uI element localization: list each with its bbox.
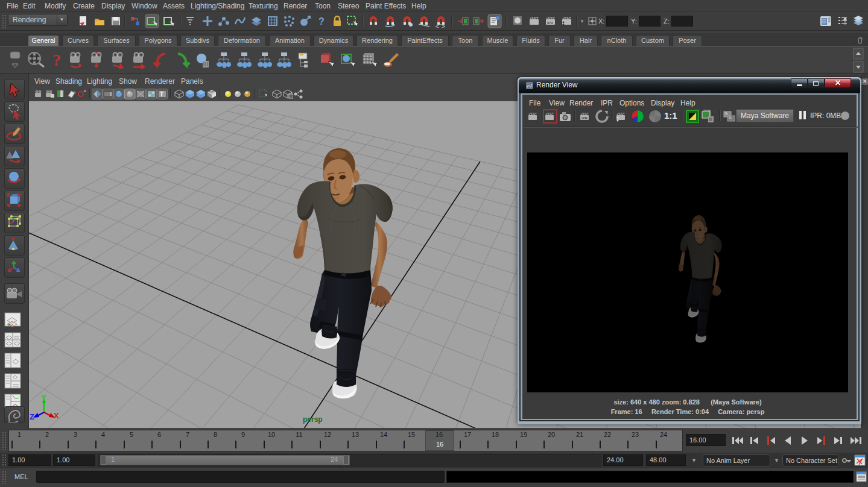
svg-text:IPR: IPR	[581, 116, 588, 120]
svg-text:?: ?	[52, 51, 61, 69]
svg-text:Z: Z	[30, 412, 34, 421]
svg-text:?: ?	[318, 16, 325, 27]
svg-text:T: T	[160, 91, 163, 98]
svg-text:X: X	[54, 411, 59, 420]
svg-text:Y: Y	[41, 393, 46, 402]
svg-text:IPR: IPR	[547, 21, 554, 25]
